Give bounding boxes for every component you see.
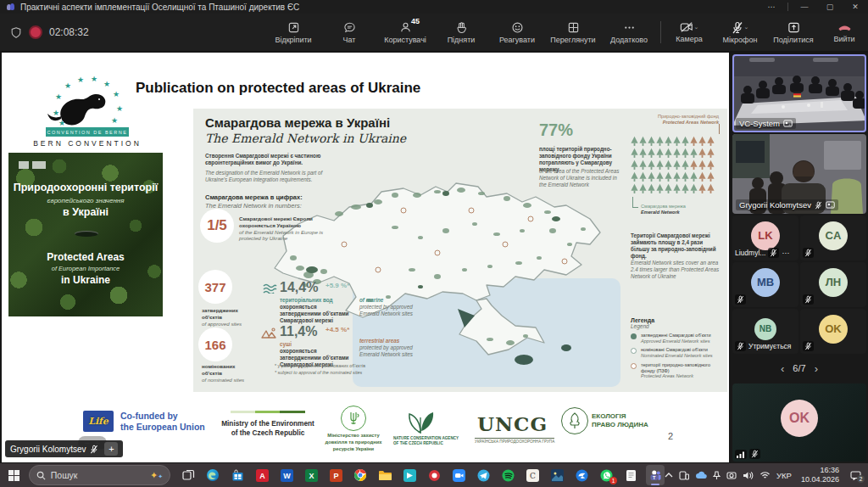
- word-icon[interactable]: W: [277, 465, 296, 485]
- acrobat-icon[interactable]: A: [253, 465, 271, 485]
- epl-text: ЕКОЛОГІЯ ПРАВО ЛЮДИНА: [592, 412, 648, 430]
- explorer-icon[interactable]: [376, 465, 394, 485]
- share-button[interactable]: Поділитися: [766, 14, 821, 51]
- participant-tile-NB[interactable]: NBУтримується: [732, 309, 798, 354]
- participant-tile-CA[interactable]: CA: [800, 216, 866, 260]
- mic-off-icon: [749, 449, 760, 459]
- emerald-tree-icon: [656, 160, 664, 171]
- emerald-tree-icon: [631, 183, 638, 195]
- store-icon[interactable]: [228, 465, 247, 485]
- chrome-icon[interactable]: [351, 465, 370, 485]
- network-icon[interactable]: [760, 471, 771, 479]
- teams-icon[interactable]: T: [646, 465, 665, 485]
- window-minimize-button[interactable]: —: [792, 3, 817, 11]
- more-icon: [623, 21, 636, 34]
- telegram-icon[interactable]: [474, 465, 492, 485]
- pin-icon[interactable]: [713, 471, 721, 480]
- pzf-tree-icon: [707, 160, 715, 171]
- video-tile-vc-system[interactable]: VC-System: [732, 54, 866, 132]
- windows-logo-icon: [8, 470, 19, 481]
- emerald-tree-icon: [648, 148, 655, 160]
- window-more-button[interactable]: ⋯: [759, 3, 784, 11]
- camera-button[interactable]: ⌄ Камера: [665, 14, 714, 51]
- video-tile-grygorii[interactable]: Grygorii Kolomytsev: [732, 134, 866, 214]
- mic-off-icon: [803, 248, 814, 258]
- pager-prev-button[interactable]: ‹: [781, 362, 784, 375]
- pin-presenter-button[interactable]: +: [104, 442, 118, 456]
- emerald-tree-icon: [682, 148, 689, 160]
- powerpoint-icon[interactable]: P: [326, 465, 345, 485]
- participants-pager: ‹ 6/7 ›: [731, 358, 868, 378]
- phone-link-icon[interactable]: [679, 471, 689, 480]
- pzf-desc-en: of the area of the Protected Areas Netwo…: [539, 168, 620, 188]
- camera-tray-icon[interactable]: [726, 471, 737, 479]
- tile-more-button[interactable]: ⋯: [782, 249, 789, 257]
- emerald-tree-icon: [673, 171, 681, 183]
- participant-tile-MB[interactable]: MB: [732, 262, 798, 307]
- smiley-icon: [511, 21, 524, 34]
- terrestrial-delta: +4.5 %*: [326, 326, 349, 333]
- presenter-name-pill: Grygorii Kolomytsev +: [5, 440, 123, 457]
- start-button[interactable]: [5, 464, 24, 486]
- participant-tile-OK[interactable]: OK: [800, 309, 866, 354]
- emerald-tree-icon: [656, 148, 664, 160]
- desktop: Практичні аспекти імплементації Оселищно…: [0, 0, 868, 487]
- excel-icon[interactable]: X: [302, 465, 320, 485]
- microphone-button[interactable]: ⌄ Мікрофон: [714, 14, 766, 51]
- leave-button[interactable]: Вийти: [821, 14, 868, 51]
- whatsapp-icon[interactable]: 1: [597, 465, 615, 485]
- participants-button[interactable]: 45 Користувачі: [377, 14, 433, 51]
- spotify-icon[interactable]: [498, 465, 517, 485]
- slide-title: Publication on protected areas of Ukrain…: [136, 80, 420, 97]
- emerald-tree-icon: [682, 160, 689, 171]
- notepad-icon[interactable]: [621, 465, 640, 485]
- volume-icon[interactable]: [743, 471, 754, 480]
- participant-tile-ЛН[interactable]: ЛН: [800, 262, 866, 307]
- avatar: NB: [754, 318, 776, 340]
- claude-icon[interactable]: C: [523, 465, 542, 485]
- toolbar-divider: [660, 21, 661, 43]
- language-indicator[interactable]: УКР: [776, 471, 792, 480]
- blue-messenger-icon[interactable]: [572, 465, 591, 485]
- clipchamp-icon[interactable]: [400, 465, 419, 485]
- participant-tile-LK[interactable]: LKLiudmyl...⋯: [732, 216, 798, 260]
- pager-next-button[interactable]: ›: [815, 362, 818, 375]
- window-restore-button[interactable]: ▢: [817, 3, 843, 11]
- trees-pictogram: [631, 136, 715, 195]
- red-ring-app-icon[interactable]: [425, 465, 443, 485]
- unpin-button[interactable]: Відкріпити: [265, 14, 321, 51]
- svg-text:W: W: [283, 472, 291, 480]
- edge-icon[interactable]: [203, 465, 222, 485]
- video-tile-ok[interactable]: OK: [732, 383, 866, 462]
- mic-off-icon: [803, 294, 814, 305]
- taskbar-search[interactable]: Пошук ✦✦: [29, 465, 170, 485]
- marine-delta: +5.9 %*: [326, 282, 349, 289]
- more-options-button[interactable]: Додатково: [601, 14, 657, 51]
- react-button[interactable]: Реагувати: [489, 14, 545, 51]
- window-close-button[interactable]: ✕: [843, 3, 868, 11]
- svg-text:★: ★: [53, 109, 59, 117]
- camera-chevron-icon[interactable]: ⌄: [694, 24, 699, 31]
- numbers-heading-uk: Смарагдова мережа в цифрах:: [205, 193, 303, 201]
- svg-text:★: ★: [77, 76, 84, 84]
- whatsapp-badge: 1: [609, 477, 617, 484]
- tray-chevron-icon[interactable]: [665, 472, 673, 479]
- view-button[interactable]: Переглянути: [545, 14, 601, 51]
- emerald-tree-icon: [648, 183, 655, 195]
- emerald-tree-icon: [631, 148, 638, 160]
- microphone-chevron-icon[interactable]: ⌄: [744, 24, 749, 31]
- zoom-app-icon[interactable]: [449, 465, 468, 485]
- svg-text:★: ★: [103, 80, 110, 88]
- avatar: ЛН: [819, 268, 848, 297]
- pzf-tree-icon: [707, 148, 715, 160]
- search-placeholder: Пошук: [51, 470, 78, 480]
- participant-name: VC-System: [739, 119, 780, 128]
- onedrive-icon[interactable]: [695, 471, 707, 479]
- people-icon: [399, 21, 412, 34]
- chat-button[interactable]: Чат: [321, 14, 377, 51]
- task-view-icon[interactable]: [179, 465, 198, 485]
- taskbar-clock[interactable]: 16:36 10.04.2026: [801, 466, 839, 485]
- photos-icon[interactable]: [548, 465, 566, 485]
- notification-center[interactable]: 2: [850, 471, 861, 480]
- raise-hand-button[interactable]: Підняти: [433, 14, 489, 51]
